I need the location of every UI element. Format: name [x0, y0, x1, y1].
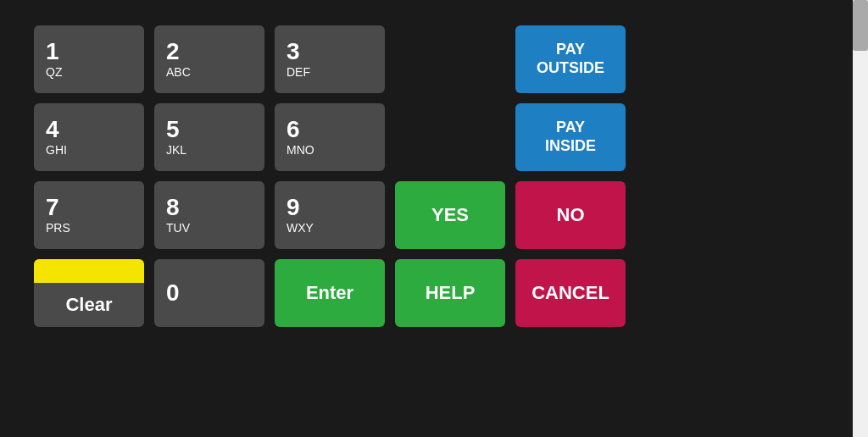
key-9[interactable]: 9 WXY: [275, 181, 385, 249]
key-6-number: 6: [287, 117, 300, 143]
key-8-letters: TUV: [166, 221, 190, 235]
cancel-label: CANCEL: [531, 282, 609, 304]
clear-yellow-bar: [34, 259, 144, 283]
keypad-area: 1 QZ 2 ABC 3 DEF PAYOUTSIDE 4 GHI 5: [0, 0, 868, 437]
key-8[interactable]: 8 TUV: [154, 181, 264, 249]
key-3-letters: DEF: [287, 65, 310, 80]
pay-outside-button[interactable]: PAYOUTSIDE: [515, 25, 626, 93]
pay-inside-label: PAYINSIDE: [545, 119, 596, 155]
key-7[interactable]: 7 PRS: [34, 181, 144, 249]
key-5-number: 5: [166, 117, 180, 143]
clear-label: Clear: [65, 294, 112, 316]
row-1: 1 QZ 2 ABC 3 DEF PAYOUTSIDE: [34, 25, 868, 93]
key-6[interactable]: 6 MNO: [275, 103, 385, 171]
key-2[interactable]: 2 ABC: [154, 25, 264, 93]
key-1[interactable]: 1 QZ: [34, 25, 144, 93]
enter-button[interactable]: Enter: [275, 259, 385, 327]
no-label: NO: [557, 204, 585, 226]
help-label: HELP: [426, 282, 476, 304]
scrollbar[interactable]: [853, 0, 868, 437]
row-2: 4 GHI 5 JKL 6 MNO PAYINSIDE: [34, 103, 868, 171]
key-7-letters: PRS: [46, 221, 70, 235]
key-0[interactable]: 0: [154, 259, 264, 327]
help-button[interactable]: HELP: [395, 259, 505, 327]
key-1-letters: QZ: [46, 65, 62, 80]
cancel-button[interactable]: CANCEL: [515, 259, 626, 327]
yes-label: YES: [431, 204, 469, 226]
no-button[interactable]: NO: [515, 181, 626, 249]
key-1-number: 1: [46, 39, 59, 65]
key-6-letters: MNO: [287, 143, 314, 158]
enter-label: Enter: [306, 282, 353, 304]
key-5[interactable]: 5 JKL: [154, 103, 264, 171]
key-0-number: 0: [166, 280, 180, 307]
key-9-number: 9: [287, 195, 300, 221]
key-3-number: 3: [287, 39, 300, 65]
key-8-number: 8: [166, 195, 180, 221]
key-9-letters: WXY: [287, 221, 314, 235]
pay-outside-label: PAYOUTSIDE: [537, 41, 604, 77]
scrollbar-thumb[interactable]: [853, 0, 868, 51]
key-7-number: 7: [46, 195, 59, 221]
row-4: Clear 0 Enter HELP CANCEL: [34, 259, 868, 327]
pay-inside-button[interactable]: PAYINSIDE: [515, 103, 626, 171]
key-5-letters: JKL: [166, 143, 186, 158]
main-layout: 1 QZ 2 ABC 3 DEF PAYOUTSIDE 4 GHI 5: [0, 0, 868, 437]
key-3[interactable]: 3 DEF: [275, 25, 385, 93]
key-2-letters: ABC: [166, 65, 191, 80]
key-4-letters: GHI: [46, 143, 67, 158]
key-4[interactable]: 4 GHI: [34, 103, 144, 171]
row-3: 7 PRS 8 TUV 9 WXY YES NO: [34, 181, 868, 249]
yes-button[interactable]: YES: [395, 181, 505, 249]
key-4-number: 4: [46, 117, 59, 143]
key-2-number: 2: [166, 39, 180, 65]
clear-button[interactable]: Clear: [34, 259, 144, 327]
